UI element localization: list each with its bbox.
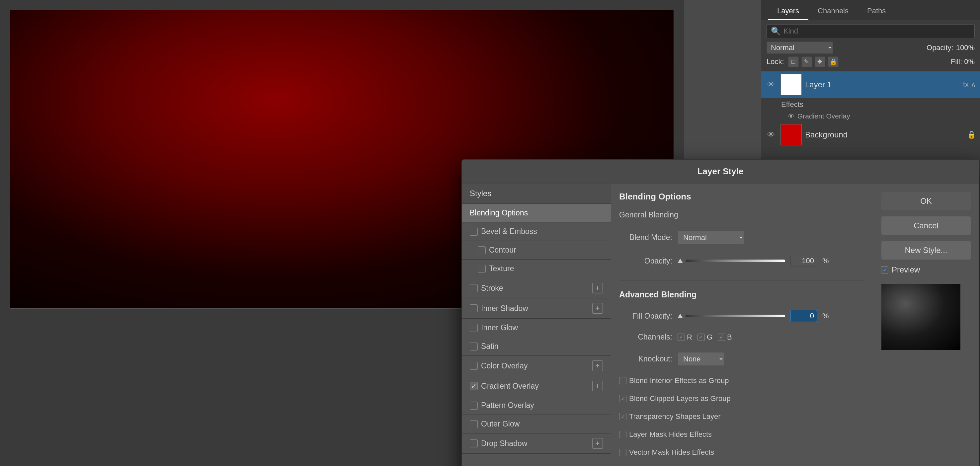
layers-tabs: Layers Channels Paths [761,0,980,20]
fill-opacity-value-input[interactable] [791,310,817,322]
sidebar-item-stroke[interactable]: Stroke + [462,278,611,298]
channel-b: B [718,333,732,342]
add-color-overlay-btn[interactable]: + [592,361,603,371]
fill-opacity-row: Fill Opacity: % [619,310,865,322]
sidebar-item-color-overlay[interactable]: Color Overlay + [462,356,611,376]
outer-glow-label: Outer Glow [481,420,520,428]
checkbox-pattern-overlay[interactable] [470,402,478,410]
lock-position-btn[interactable]: ✎ [802,56,812,67]
sidebar-item-pattern-overlay[interactable]: Pattern Overlay [462,396,611,415]
checkbox-g[interactable] [697,334,705,341]
layers-controls: Normal Multiply Screen Opacity: 100% [767,41,975,54]
add-inner-shadow-btn[interactable]: + [592,303,603,314]
blend-mode-select[interactable]: Normal Multiply Screen [767,41,833,54]
checkbox-drop-shadow[interactable] [470,439,478,447]
checkbox-inner-glow[interactable] [470,324,478,332]
cancel-button[interactable]: Cancel [881,216,971,235]
blending-options-title: Blending Options [619,191,865,202]
checkbox-vector-mask[interactable] [619,449,627,456]
visibility-icon-layer1[interactable]: 👁 [765,79,777,91]
checkbox-stroke[interactable] [470,284,478,292]
lock-all-btn[interactable]: 🔒 [828,56,838,67]
inner-shadow-label: Inner Shadow [481,304,528,313]
layer-thumb-layer1 [781,74,802,95]
opacity-percent: % [822,256,829,265]
opacity-value-input[interactable] [791,255,817,267]
sidebar-item-inner-glow[interactable]: Inner Glow [462,319,611,337]
texture-label: Texture [489,264,514,273]
sidebar-item-drop-shadow[interactable]: Drop Shadow + [462,433,611,454]
sidebar-item-inner-shadow[interactable]: Inner Shadow + [462,298,611,319]
opacity-slider[interactable] [686,259,785,262]
checkbox-outer-glow[interactable] [470,420,478,428]
gradient-overlay-effect[interactable]: 👁 Gradient Overlay [761,111,980,121]
tab-channels[interactable]: Channels [808,3,858,20]
add-drop-shadow-btn[interactable]: + [592,438,603,449]
fill-value: 0% [964,57,975,66]
sidebar-item-contour[interactable]: Contour [462,241,611,259]
satin-label: Satin [481,342,498,351]
sidebar-item-bevel-emboss[interactable]: Bevel & Emboss [462,223,611,241]
channels-label: Channels: [619,332,672,342]
checkbox-bevel-emboss[interactable] [470,228,478,235]
gradient-overlay-label: Gradient Overlay [797,112,850,120]
stroke-label: Stroke [481,284,503,293]
sidebar-item-gradient-overlay[interactable]: ✓ Gradient Overlay + [462,376,611,396]
checkbox-b[interactable] [718,334,725,341]
layer-item-layer1[interactable]: 👁 Layer 1 fx ∧ [761,72,980,98]
sidebar-item-outer-glow[interactable]: Outer Glow [462,415,611,433]
preview-thumb-inner [881,284,961,350]
add-gradient-overlay-btn[interactable]: + [592,381,603,391]
sidebar-item-texture[interactable]: Texture [462,259,611,278]
sidebar-item-blending-options[interactable]: Blending Options [462,204,611,223]
channel-r: R [678,333,692,342]
add-stroke-btn[interactable]: + [592,283,603,293]
knockout-select[interactable]: None Shallow Deep [678,352,724,366]
fill-opacity-slider[interactable] [686,315,785,317]
opacity-slider-container [678,259,785,263]
channels-checkboxes: R G B [678,333,732,342]
opacity-label: Opacity: [927,43,953,52]
lock-move-btn[interactable]: ✥ [815,56,825,67]
advanced-blending-title: Advanced Blending [619,290,865,299]
checkbox-gradient-overlay[interactable]: ✓ [470,382,478,390]
opacity-row: Opacity: % [619,255,865,267]
new-style-button[interactable]: New Style... [881,241,971,260]
option-transparency-shapes: Transparency Shapes Layer [619,412,865,421]
preview-thumbnail [881,284,961,350]
knockout-row: Knockout: None Shallow Deep [619,352,865,366]
search-input[interactable] [783,27,970,35]
blend-mode-dialog-select[interactable]: Normal Multiply Screen [678,231,744,244]
checkbox-satin[interactable] [470,342,478,350]
checkbox-contour[interactable] [478,246,486,254]
lock-label: Lock: [767,57,784,66]
lock-pixels-btn[interactable]: □ [788,56,799,67]
visibility-icon-background[interactable]: 👁 [765,129,777,141]
dialog-title: Layer Style [462,160,979,183]
checkbox-transparency-shapes[interactable] [619,413,627,420]
checkbox-inner-shadow[interactable] [470,304,478,312]
preview-label: Preview [892,265,920,275]
effects-item: Effects [761,98,980,111]
ok-button[interactable]: OK [881,191,971,211]
tab-layers[interactable]: Layers [768,3,808,20]
layer-item-background[interactable]: 👁 Background 🔒 [761,121,980,148]
layer-name-layer1: Layer 1 [805,80,960,89]
sidebar-header: Styles [462,183,611,204]
fill-opacity-slider-triangle[interactable] [678,314,683,318]
checkbox-blend-clipped[interactable] [619,395,627,402]
eye-icon-effect[interactable]: 👁 [788,112,795,120]
preview-checkbox[interactable] [881,266,888,274]
checkbox-texture[interactable] [478,265,486,273]
checkbox-r[interactable] [678,334,685,341]
opacity-slider-triangle[interactable] [678,259,683,263]
layers-search: 🔍 [767,24,975,38]
checkbox-blend-interior[interactable] [619,377,627,384]
checkbox-color-overlay[interactable] [470,362,478,370]
tab-paths[interactable]: Paths [858,3,895,20]
bevel-emboss-label: Bevel & Emboss [481,227,537,236]
sidebar-item-satin[interactable]: Satin [462,337,611,356]
blending-options-label: Blending Options [470,208,528,217]
checkbox-layer-mask[interactable] [619,431,627,438]
color-overlay-label: Color Overlay [481,361,528,371]
